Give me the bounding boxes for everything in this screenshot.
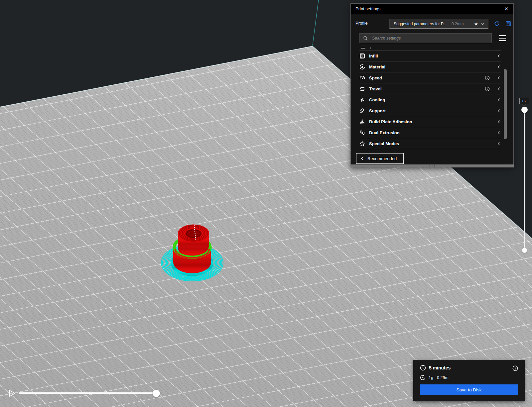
support-icon: [359, 108, 365, 114]
material-usage: 1g · 0.29m: [429, 375, 449, 380]
cura-preview-screen: Print settings ✕ Profile Suggested param…: [0, 0, 532, 407]
panel-header: Print settings ✕: [351, 4, 513, 14]
profile-variant: - 0.2mm: [449, 22, 464, 26]
category-row-travel[interactable]: Travel: [359, 83, 501, 94]
chevron-left-icon[interactable]: [497, 54, 500, 57]
speed-icon: [359, 75, 365, 81]
layer-slider-track[interactable]: [524, 110, 525, 250]
travel-icon: [359, 86, 365, 92]
category-row-cooling[interactable]: Cooling: [359, 94, 501, 105]
clock-icon: [420, 365, 426, 371]
chevron-left-icon[interactable]: [497, 131, 500, 134]
category-row-material[interactable]: Material: [359, 61, 501, 72]
profile-label: Profile: [355, 21, 368, 26]
save-to-disk-button[interactable]: Save to Disk: [420, 384, 518, 395]
category-row-build-plate-adhesion[interactable]: Build Plate Adhesion: [359, 116, 501, 127]
dual-extrusion-icon: [359, 130, 365, 136]
star-icon[interactable]: ★: [474, 22, 478, 26]
settings-scrollbar[interactable]: [504, 69, 507, 139]
chevron-left-icon[interactable]: [497, 142, 500, 145]
reset-profile-icon[interactable]: [493, 20, 500, 27]
close-icon[interactable]: ✕: [503, 6, 509, 12]
profile-row: Profile Suggested parameters for P... - …: [351, 18, 513, 30]
search-icon: [363, 36, 368, 41]
material-spool-icon: [420, 375, 426, 380]
profile-value: Suggested parameters for P...: [394, 22, 447, 26]
search-box[interactable]: [359, 33, 492, 43]
info-icon[interactable]: [512, 365, 518, 371]
infill-icon: [359, 53, 365, 59]
layer-number-badge: 62: [519, 98, 529, 104]
cooling-icon: [359, 97, 365, 103]
category-row-dual-extrusion[interactable]: Dual Extrusion: [359, 127, 501, 138]
chevron-left-icon[interactable]: [497, 98, 500, 101]
settings-menu-icon[interactable]: [499, 35, 506, 42]
category-row-infill[interactable]: Infill: [359, 50, 501, 61]
special-modes-icon: [359, 141, 365, 147]
chevron-left-icon: [360, 156, 364, 160]
print-summary-card: 5 minutes 1g · 0.29m Save to Disk: [413, 360, 525, 401]
search-input[interactable]: [371, 36, 488, 41]
recommended-button[interactable]: Recommended: [356, 153, 404, 164]
chevron-down-icon: [481, 22, 485, 26]
adhesion-icon: [359, 119, 365, 125]
chevron-left-icon[interactable]: [497, 87, 500, 90]
profile-dropdown[interactable]: Suggested parameters for P... - 0.2mm ★: [389, 19, 488, 29]
material-usage-row: 1g · 0.29m: [420, 375, 449, 380]
layer-slider-upper-handle[interactable]: [521, 107, 528, 113]
chevron-left-icon[interactable]: [497, 76, 500, 79]
category-row-speed[interactable]: Speed: [359, 72, 501, 83]
panel-resize-handle[interactable]: [350, 164, 514, 167]
print-time-row: 5 minutes: [420, 365, 451, 371]
path-slider-handle[interactable]: [153, 390, 160, 397]
panel-title: Print settings: [355, 6, 380, 11]
category-row-special-modes[interactable]: Special Modes: [359, 138, 501, 149]
sliced-model[interactable]: [153, 216, 236, 289]
print-settings-panel: Print settings ✕ Profile Suggested param…: [350, 3, 514, 167]
layer-slider-lower-handle[interactable]: [522, 248, 527, 253]
chevron-left-icon[interactable]: [497, 109, 500, 112]
category-row-support[interactable]: Support: [359, 105, 501, 116]
path-slider-track[interactable]: [19, 392, 159, 394]
info-icon[interactable]: [485, 75, 490, 80]
play-icon[interactable]: [9, 389, 16, 397]
chevron-left-icon[interactable]: [497, 120, 500, 123]
save-profile-icon[interactable]: [505, 20, 512, 27]
material-icon: [359, 64, 365, 70]
settings-category-list: Infill Material Speed: [351, 44, 513, 149]
chevron-left-icon[interactable]: [497, 65, 500, 68]
info-icon[interactable]: [485, 86, 490, 91]
print-time: 5 minutes: [429, 365, 451, 370]
category-row-partial[interactable]: [351, 44, 513, 50]
model-top-face: [178, 225, 209, 242]
